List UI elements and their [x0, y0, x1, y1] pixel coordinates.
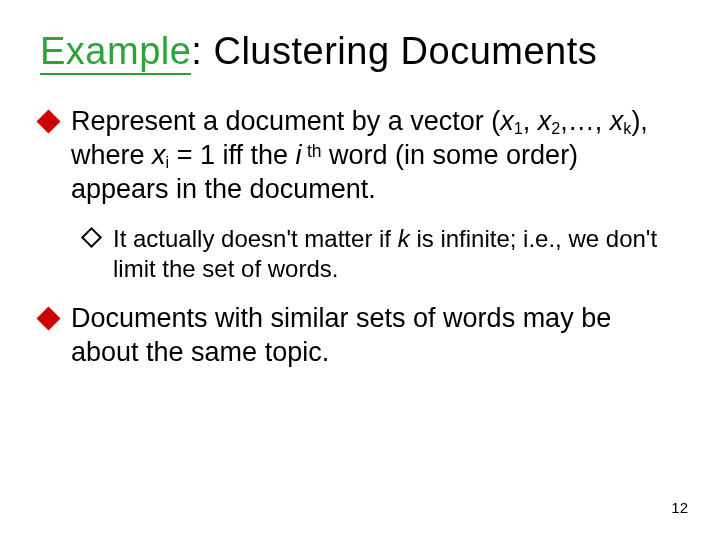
b1-th: th — [307, 141, 322, 161]
slide-title: Example: Clustering Documents — [40, 30, 680, 75]
b1-sub2: 2 — [551, 119, 560, 137]
title-keyword: Example — [40, 30, 191, 75]
b1-sub1: 1 — [514, 119, 523, 137]
sub1-k: k — [398, 225, 417, 252]
b1-x2: x — [538, 106, 552, 136]
b1-dots: ,…, — [560, 106, 610, 136]
b1-subi: i — [166, 153, 170, 171]
b1-eq: = 1 iff the — [169, 140, 295, 170]
diamond-bullet-icon — [36, 307, 60, 331]
title-rest: : Clustering Documents — [191, 30, 597, 72]
b1-c1: , — [523, 106, 538, 136]
b1-ivar: i — [296, 140, 307, 170]
diamond-bullet-icon — [36, 109, 60, 133]
slide: Example: Clustering Documents Represent … — [0, 0, 720, 540]
sub1-p1: It actually doesn't matter if — [113, 225, 398, 252]
bullet-item-1: Represent a document by a vector (x1, x2… — [40, 105, 680, 206]
page-number: 12 — [671, 499, 688, 516]
bullet-item-2: Documents with similar sets of words may… — [40, 302, 680, 370]
b1-part1: Represent a document by a vector ( — [71, 106, 500, 136]
b1-x1: x — [500, 106, 514, 136]
outline-diamond-icon — [81, 227, 102, 248]
bullet-2-text: Documents with similar sets of words may… — [71, 302, 680, 370]
b1-subk: k — [623, 119, 631, 137]
sub-1-text: It actually doesn't matter if k is infin… — [113, 224, 680, 284]
bullet-1-text: Represent a document by a vector (x1, x2… — [71, 105, 680, 206]
b1-xk: x — [610, 106, 624, 136]
slide-body: Represent a document by a vector (x1, x2… — [40, 105, 680, 370]
b1-xi: x — [152, 140, 166, 170]
sub-bullet-1: It actually doesn't matter if k is infin… — [84, 224, 680, 284]
